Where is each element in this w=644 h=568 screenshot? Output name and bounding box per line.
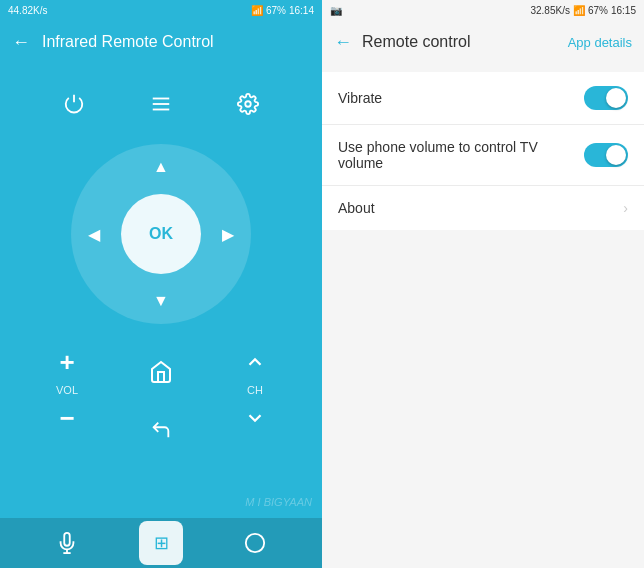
svg-point-3 — [246, 101, 252, 107]
ok-button[interactable]: OK — [121, 194, 201, 274]
wifi-icon-left: 📶 — [251, 5, 263, 16]
ch-label: CH — [247, 384, 263, 396]
menu-button[interactable] — [141, 84, 181, 124]
vibrate-setting-item: Vibrate — [322, 72, 644, 125]
header-right-left: ← Remote control — [334, 32, 471, 53]
about-item[interactable]: About › — [322, 186, 644, 230]
bottom-nav-left: ⊞ — [0, 518, 322, 568]
dpad-down-button[interactable]: ▼ — [146, 286, 176, 316]
status-icon-right: 📷 — [330, 5, 342, 16]
dpad-container: ▲ ◀ OK ▶ ▼ — [71, 144, 251, 324]
back-button-left[interactable]: ← — [12, 32, 30, 53]
ch-up-button[interactable] — [233, 344, 277, 380]
phone-volume-setting-item: Use phone volume to control TV volume — [322, 125, 644, 186]
grid-icon: ⊞ — [154, 532, 169, 554]
recent-nav-button[interactable] — [233, 521, 277, 565]
phone-volume-toggle[interactable] — [584, 143, 628, 167]
status-icons-left: 📶 67% 16:14 — [251, 5, 314, 16]
settings-list: Vibrate Use phone volume to control TV v… — [322, 72, 644, 186]
status-speed-left: 44.82K/s — [8, 5, 47, 16]
back-button-right[interactable]: ← — [334, 32, 352, 53]
left-panel: 44.82K/s 📶 67% 16:14 ← Infrared Remote C… — [0, 0, 322, 568]
ch-group: CH — [233, 344, 277, 436]
power-button[interactable] — [54, 84, 94, 124]
dpad-left-button[interactable]: ◀ — [79, 219, 109, 249]
header-right: ← Remote control App details — [322, 20, 644, 64]
home-nav-button[interactable]: ⊞ — [139, 521, 183, 565]
about-label: About — [338, 200, 375, 216]
svg-point-6 — [246, 534, 264, 552]
top-icons-row — [0, 74, 322, 134]
ch-down-button[interactable] — [233, 400, 277, 436]
time-right: 16:15 — [611, 5, 636, 16]
remote-controls: ▲ ◀ OK ▶ ▼ + VOL − — [0, 64, 322, 518]
center-col — [139, 344, 183, 452]
bottom-controls-row: + VOL − — [0, 334, 322, 462]
vibrate-label: Vibrate — [338, 90, 584, 106]
right-panel-title: Remote control — [362, 33, 471, 51]
header-left: ← Infrared Remote Control — [0, 20, 322, 64]
back-button-ctrl[interactable] — [139, 408, 183, 452]
vol-down-button[interactable]: − — [45, 400, 89, 436]
ok-label: OK — [149, 225, 173, 243]
battery-right: 67% — [588, 5, 608, 16]
status-bar-left: 44.82K/s 📶 67% 16:14 — [0, 0, 322, 20]
speed-right: 32.85K/s — [530, 5, 569, 16]
status-bar-right: 📷 32.85K/s 📶 67% 16:15 — [322, 0, 644, 20]
left-panel-title: Infrared Remote Control — [42, 33, 214, 51]
home-button[interactable] — [139, 350, 183, 394]
vol-label: VOL — [56, 384, 78, 396]
phone-volume-label: Use phone volume to control TV volume — [338, 139, 584, 171]
settings-button[interactable] — [228, 84, 268, 124]
app-details-button[interactable]: App details — [568, 35, 632, 50]
right-panel: 📷 32.85K/s 📶 67% 16:15 ← Remote control … — [322, 0, 644, 568]
vol-group: + VOL − — [45, 344, 89, 436]
battery-left: 67% — [266, 5, 286, 16]
time-left: 16:14 — [289, 5, 314, 16]
vibrate-toggle[interactable] — [584, 86, 628, 110]
wifi-icon-right: 📶 — [573, 5, 585, 16]
dpad-right-button[interactable]: ▶ — [213, 219, 243, 249]
dpad-up-button[interactable]: ▲ — [146, 152, 176, 182]
status-icons-right: 32.85K/s 📶 67% 16:15 — [530, 5, 636, 16]
chevron-right-icon: › — [623, 200, 628, 216]
vol-up-button[interactable]: + — [45, 344, 89, 380]
mic-nav-button[interactable] — [45, 521, 89, 565]
dpad-outer: ▲ ◀ OK ▶ ▼ — [71, 144, 251, 324]
